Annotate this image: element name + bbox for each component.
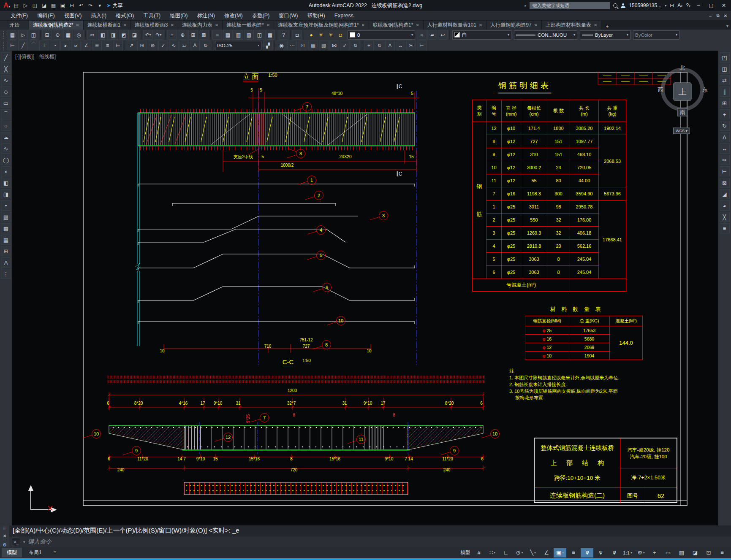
toolbar-grip[interactable] (3, 31, 6, 39)
share-button[interactable]: ➤共享 (106, 2, 122, 9)
make-current-icon[interactable]: ▰ (427, 30, 437, 40)
zoom-realtime-icon[interactable]: ⊕ (178, 30, 188, 40)
inspect-icon[interactable]: ✓ (158, 41, 168, 50)
copy-icon[interactable]: ◧ (98, 30, 108, 40)
lock-icon[interactable]: ◘ (336, 31, 345, 39)
plot-icon[interactable]: ▦ (49, 2, 57, 9)
layout-tab-布局1[interactable]: 布局1 (24, 548, 47, 557)
layout-tab-模型[interactable]: 模型 (2, 548, 22, 557)
hatch-icon[interactable]: ▨ (1, 212, 11, 222)
plot-icon[interactable]: ▦ (63, 30, 73, 40)
linetype-select[interactable]: CON...NUOU▾ (514, 30, 577, 40)
undo-icon[interactable]: ↶ (77, 2, 85, 9)
polar-tracking-icon[interactable]: ⊙▾ (513, 548, 526, 557)
tool-palettes-icon[interactable]: ◘ (292, 30, 302, 40)
save-as-icon[interactable]: ◪ (40, 2, 48, 9)
toolbar-grip[interactable] (3, 42, 6, 49)
previous-layer-icon[interactable]: ↩ (438, 30, 448, 40)
model-space-canvas[interactable]: [-][俯视][二维线框] 立 面1:505548*105CC支座2中线524X… (12, 51, 718, 525)
dim-edit-icon[interactable]: ▱ (179, 41, 189, 50)
viewport-controls-label[interactable]: [-][俯视][二维线框] (15, 53, 56, 60)
tab-close-icon[interactable]: ✕ (266, 23, 270, 27)
preview-icon[interactable]: ⊙ (53, 30, 63, 40)
user-avatar-icon[interactable] (621, 3, 625, 8)
array-icon[interactable]: ⊞ (720, 98, 730, 108)
batch-plot-icon[interactable]: ▣ (58, 2, 67, 9)
dimstyle-select[interactable]: ISO-25▾ (215, 41, 261, 50)
graphics-performance-icon[interactable]: ▨ (675, 548, 688, 557)
new-icon[interactable]: ▤ (8, 30, 17, 40)
file-tab-7[interactable]: 联续板钢筋构造1*✕ (369, 21, 424, 30)
circle-icon[interactable]: ○ (1, 121, 11, 131)
pan-icon[interactable]: + (167, 30, 177, 40)
linear-dim-icon[interactable]: ⊢ (8, 41, 17, 50)
tab-close-icon[interactable]: ✕ (594, 23, 597, 27)
new-tab-button[interactable]: + (601, 24, 613, 30)
trim-icon[interactable]: ✂ (406, 41, 416, 50)
new-file-icon[interactable]: ▤ (12, 2, 20, 9)
mtext-icon[interactable]: A (1, 257, 11, 268)
open-folder-icon[interactable]: ▷ (21, 2, 30, 9)
menu-item-10[interactable]: 窗口(W) (274, 11, 302, 20)
offset-icon[interactable]: ∥ (720, 87, 730, 97)
annotation-scale-button[interactable]: 1:1▾ (621, 548, 634, 557)
menu-item-8[interactable]: 修改(M) (220, 11, 247, 20)
dim-update-icon[interactable]: ↻ (201, 41, 210, 50)
search-expand-icon[interactable]: ▸ (524, 4, 526, 8)
cut-icon[interactable]: ✂ (87, 30, 97, 40)
redo-icon[interactable]: ↷ (86, 2, 95, 9)
tab-close-icon[interactable]: ✕ (171, 23, 174, 27)
align-icon[interactable]: ≡ (720, 223, 730, 233)
web-publish-icon[interactable]: ◎ (74, 30, 84, 40)
stretch-icon[interactable]: ↔ (396, 41, 405, 50)
autocad-logo-icon[interactable]: A▾ (3, 1, 10, 10)
maximize-button[interactable]: ▢ (707, 1, 716, 10)
construction-line-icon[interactable]: ╳ (1, 64, 11, 74)
table-icon[interactable]: ⊞ (1, 246, 11, 256)
diameter-dim-icon[interactable]: ⌀ (71, 41, 81, 50)
tab-close-icon[interactable]: ✕ (123, 23, 126, 27)
boundary-icon[interactable]: ▧ (319, 41, 329, 50)
update-fields-icon[interactable]: ↻ (351, 41, 360, 50)
dim-text-edit-icon[interactable]: A (190, 41, 200, 50)
spell-check-icon[interactable]: ✓ (340, 41, 350, 50)
jogged-dim-icon[interactable]: ◕ (60, 41, 70, 50)
ordinate-dim-icon[interactable]: ⊥ (39, 41, 49, 50)
menu-item-6[interactable]: 绘图(D) (165, 11, 192, 20)
user-dropdown-icon[interactable]: ▾ (665, 4, 666, 8)
dim-style-icon[interactable]: ▞ (263, 41, 273, 50)
osnap-icon[interactable]: ⋔ (581, 548, 593, 557)
close-button[interactable]: ✕ (719, 1, 728, 10)
tab-overflow-icon[interactable]: ▼ (726, 24, 729, 28)
extend-icon[interactable]: ⊢ (417, 41, 427, 50)
app-store-cart-icon[interactable]: ⊟ (670, 3, 674, 8)
ellipse-arc-icon[interactable]: ◖ (1, 166, 11, 176)
gradient-icon[interactable]: ▩ (1, 223, 11, 233)
arc-icon[interactable]: ⌒ (1, 109, 11, 119)
paste-icon[interactable]: ◨ (109, 30, 118, 40)
match-properties-icon[interactable]: ◩ (119, 30, 129, 40)
region-icon[interactable]: ▦ (308, 41, 318, 50)
erase-icon[interactable]: ◰ (720, 52, 730, 62)
arc-length-dim-icon[interactable]: ⌒ (29, 41, 38, 50)
jog-line-icon[interactable]: ∿ (169, 41, 179, 50)
layer-properties-icon[interactable]: ≡ (212, 30, 222, 40)
file-tab-3[interactable]: 连续板横断面3✕ (131, 21, 178, 30)
workspace-icon[interactable]: ⚙▾ (635, 548, 647, 557)
fillet-icon[interactable]: ◕ (720, 200, 730, 211)
autodesk-a-icon[interactable]: A▾ (677, 3, 682, 8)
freeze-icon[interactable]: ✳ (326, 31, 335, 39)
tab-close-icon[interactable]: ✕ (215, 23, 218, 27)
command-dropdown-icon[interactable]: ▾ (23, 540, 25, 544)
annotation-visibility-icon[interactable]: ⋔ (594, 548, 607, 557)
tab-close-icon[interactable]: ✕ (416, 23, 419, 27)
move-icon[interactable]: + (720, 109, 730, 119)
quick-dim-icon[interactable]: ≣ (92, 41, 102, 50)
point-style-icon[interactable]: ◉ (277, 41, 286, 50)
print-icon[interactable]: ⊟ (42, 30, 52, 40)
zoom-window-icon[interactable]: ⊞ (188, 30, 198, 40)
hardware-acceleration-icon[interactable]: ◪ (689, 548, 701, 557)
isodraft-icon[interactable]: ╲▾ (527, 548, 539, 557)
customization-icon[interactable]: ≡ (716, 548, 728, 557)
help-icon[interactable]: ?▾ (686, 3, 690, 8)
